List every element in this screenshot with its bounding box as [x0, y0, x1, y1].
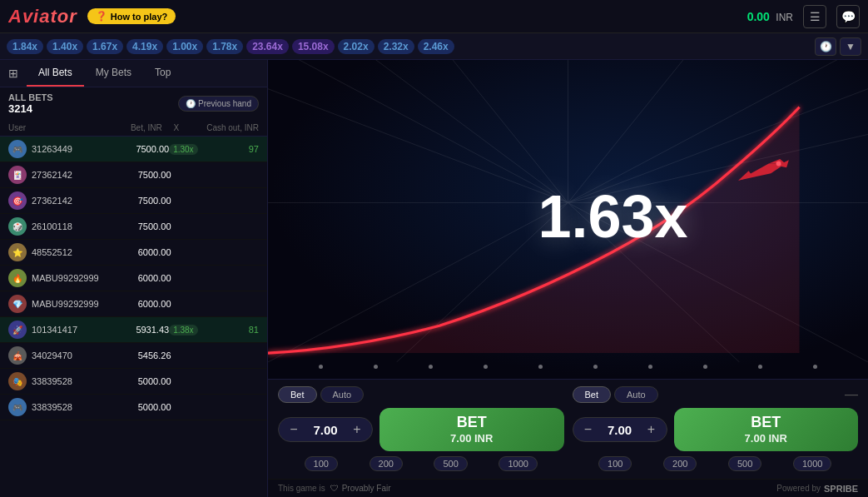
- quick-amt-2-200[interactable]: 200: [663, 456, 697, 471]
- table-row: ⭐485525126000.00: [0, 240, 267, 266]
- multiplier-bar-right: 🕐 ▼: [815, 37, 861, 56]
- table-row: 💎MABU992929996000.00: [0, 291, 267, 317]
- user-name: MABU99292999: [32, 299, 109, 309]
- game-label: This game is: [278, 484, 325, 493]
- history-button[interactable]: 🕐: [815, 37, 836, 56]
- col-cashout-header: Cash out, INR: [191, 123, 259, 132]
- user-name: 26100118: [32, 221, 109, 231]
- quick-amt-2-100[interactable]: 100: [598, 456, 632, 471]
- mult-badge: 1.84x: [7, 39, 43, 54]
- quick-amounts-2: 100 200 500 1000: [573, 456, 859, 471]
- mult-badge: 15.08x: [292, 39, 335, 54]
- table-row: 🎲261001187500.00: [0, 214, 267, 240]
- multiplier-badges: 1.84x1.40x1.67x4.19x1.00x1.78x23.64x15.0…: [7, 39, 454, 54]
- mult-badge: 2.46x: [418, 39, 454, 54]
- menu-button[interactable]: ☰: [803, 5, 826, 28]
- expand-button[interactable]: ▼: [840, 37, 861, 56]
- game-area: 1.63x: [268, 60, 868, 497]
- bet-button-1[interactable]: BET 7.00 INR: [379, 408, 564, 451]
- dot: [374, 365, 378, 369]
- mult-badge: 4.19x: [126, 39, 163, 54]
- logo-text: Aviator: [8, 6, 77, 27]
- user-name: 31263449: [32, 144, 108, 154]
- avatar: 🎮: [8, 140, 27, 158]
- cashout-amount: 97: [198, 144, 259, 154]
- table-row: 🚀1013414175931.431.38x81: [0, 317, 267, 343]
- bet-panel-1: Bet Auto − 7.00 + BET 7.00 INR 100: [278, 386, 564, 472]
- bet-amount: 6000.00: [109, 247, 171, 257]
- chat-button[interactable]: 💬: [836, 5, 860, 28]
- avatar: 🎭: [8, 372, 27, 390]
- dot: [593, 365, 598, 369]
- how-to-play-button[interactable]: ❓ How to play?: [87, 8, 176, 24]
- bet-btn-2-sub: 7.00 INR: [745, 432, 787, 446]
- stepper-2-minus[interactable]: −: [580, 421, 597, 438]
- user-name: 27362142: [32, 170, 109, 180]
- user-name: 33839528: [32, 376, 109, 386]
- footer: This game is 🛡 Provably Fair Powered by …: [268, 479, 868, 497]
- bet-tab-1-auto[interactable]: Auto: [320, 386, 365, 403]
- quick-amounts-1: 100 200 500 1000: [278, 456, 564, 471]
- quick-amt-1-200[interactable]: 200: [370, 456, 403, 471]
- bet-panel-2: Bet Auto — − 7.00 + BET 7.00 INR: [573, 386, 859, 472]
- avatar: 🎪: [8, 346, 27, 365]
- table-row: 🎪340294705456.26: [0, 343, 267, 369]
- bet-amount: 5000.00: [109, 376, 171, 386]
- stepper-1-plus[interactable]: +: [349, 421, 365, 438]
- quick-amt-1-100[interactable]: 100: [305, 456, 338, 471]
- bet-amount: 6000.00: [109, 273, 171, 283]
- stepper-2-plus[interactable]: +: [643, 421, 660, 438]
- bet-amount: 6000.00: [109, 299, 171, 309]
- stepper-2: − 7.00 +: [573, 417, 667, 442]
- bet-tab-1-bet[interactable]: Bet: [278, 386, 317, 403]
- bet-amount: 7500.00: [108, 144, 169, 154]
- bottom-controls: Bet Auto − 7.00 + BET 7.00 INR 100: [268, 379, 868, 479]
- quick-amt-2-1000[interactable]: 1000: [793, 456, 831, 471]
- bet-tab-2-auto[interactable]: Auto: [614, 386, 658, 403]
- grid-icon[interactable]: ⊞: [0, 60, 27, 87]
- bet-button-2[interactable]: BET 7.00 INR: [674, 408, 859, 451]
- mult-badge: 2.02x: [338, 39, 374, 54]
- mult-badge: 1.00x: [166, 39, 203, 54]
- bet-controls-row-2: − 7.00 + BET 7.00 INR: [573, 408, 859, 451]
- svg-line-0: [268, 60, 568, 203]
- dots-row: [268, 365, 868, 369]
- user-name: 27362142: [32, 196, 109, 206]
- col-bet-header: Bet, INR: [94, 123, 162, 132]
- tab-my-bets[interactable]: My Bets: [84, 60, 143, 87]
- bet-tab-2-bet[interactable]: Bet: [573, 386, 612, 403]
- multiplier-bar: 1.84x1.40x1.67x4.19x1.00x1.78x23.64x15.0…: [0, 33, 868, 60]
- bet-amount: 7500.00: [109, 170, 171, 180]
- bet-tabs-2: Bet Auto —: [573, 386, 859, 403]
- top-bar-right: 0.00 INR ☰ 💬: [747, 5, 860, 28]
- user-name: 33839528: [32, 402, 109, 412]
- quick-amt-2-500[interactable]: 500: [728, 456, 761, 471]
- provably-fair-link[interactable]: 🛡 Provably Fair: [330, 484, 391, 493]
- avatar: 💎: [8, 295, 27, 313]
- dot: [538, 365, 543, 369]
- multiplier-display: 1.63x: [538, 181, 687, 250]
- multiplier-tag: 1.30x: [169, 144, 197, 155]
- quick-amt-1-500[interactable]: 500: [434, 456, 467, 471]
- user-name: 34029470: [32, 350, 109, 360]
- bets-list: 🎮312634497500.001.30x97🃏273621427500.00🎯…: [0, 137, 267, 497]
- stepper-1-minus[interactable]: −: [285, 421, 302, 438]
- mult-badge: 1.78x: [206, 39, 243, 54]
- bet-btn-1-sub: 7.00 INR: [450, 432, 493, 446]
- bet-amount: 7500.00: [109, 196, 171, 206]
- prev-hand-button[interactable]: 🕐 Previous hand: [178, 96, 259, 112]
- panel-separator[interactable]: —: [845, 387, 858, 402]
- table-row: 🃏273621427500.00: [0, 162, 267, 188]
- quick-amt-1-1000[interactable]: 1000: [498, 456, 537, 471]
- all-bets-count: 3214: [8, 102, 53, 115]
- col-user-header: User: [8, 123, 94, 132]
- dot: [319, 365, 323, 369]
- bet-amount: 5000.00: [109, 402, 171, 412]
- tab-all-bets[interactable]: All Bets: [27, 60, 84, 87]
- dot: [484, 365, 488, 369]
- avatar: 🃏: [8, 166, 27, 184]
- tab-top[interactable]: Top: [143, 60, 182, 87]
- avatar: ⭐: [8, 243, 27, 261]
- stepper-1: − 7.00 +: [278, 417, 373, 442]
- table-row: 🎮312634497500.001.30x97: [0, 137, 267, 162]
